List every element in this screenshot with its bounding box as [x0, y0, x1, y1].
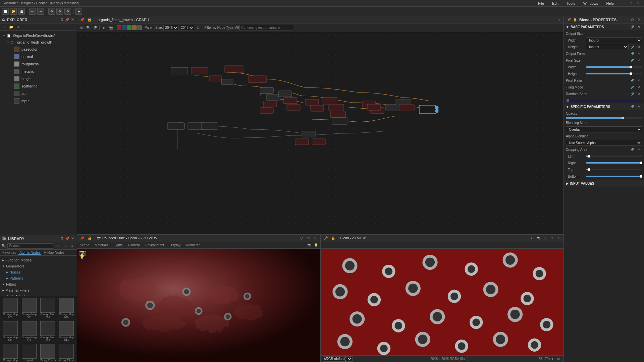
props-float-icon[interactable]: ⬡ — [629, 17, 635, 23]
menu-help[interactable]: Help — [605, 1, 615, 5]
graph-options-icon[interactable]: ⚙ — [195, 25, 201, 31]
menu-edit[interactable]: Edit — [551, 1, 560, 5]
props-pin-icon[interactable]: 📌 — [566, 17, 572, 23]
tool3[interactable]: ⚙ — [64, 8, 71, 15]
library-item[interactable]: Grunge Map 010 — [57, 297, 75, 320]
parent-size-select[interactable]: 2048 — [163, 25, 178, 31]
base-params-header[interactable]: ▼ BASE PARAMETERS 🔗 ↺ — [564, 23, 644, 30]
lib-cat-function-modes[interactable]: ▶Function Modes — [0, 257, 77, 263]
width-select[interactable]: Input x — [586, 37, 642, 43]
opacity-slider[interactable] — [566, 117, 642, 119]
specific-link-icon[interactable]: 🔗 — [629, 104, 635, 110]
random-seed-reset-icon[interactable]: ↺ — [636, 91, 642, 97]
tool1[interactable]: ⚙ — [48, 8, 55, 15]
library-item[interactable]: Messy Fibers 1 — [39, 343, 57, 362]
explorer-pin-icon[interactable]: 📌 — [65, 17, 69, 22]
channel-scattering[interactable]: scattering — [0, 82, 77, 90]
graph-zoom-in-icon[interactable]: 🔍 — [85, 25, 91, 31]
size-reset-icon[interactable]: ↺ — [636, 44, 642, 50]
tab-display[interactable]: Display — [168, 243, 182, 247]
channel-basecolor[interactable]: basecolor — [0, 46, 77, 53]
library-item[interactable]: Grunge Map 014 — [57, 320, 75, 343]
input-values-header[interactable]: ▶ INPUT VALUES — [564, 180, 644, 187]
library-item[interactable]: Grunge Map 008 — [20, 297, 38, 320]
graph-render-icon[interactable]: ▶ — [101, 25, 107, 31]
maximize-button[interactable]: □ — [628, 0, 634, 6]
graph-search-input[interactable] — [239, 25, 293, 31]
undo-button[interactable]: ↩ — [29, 8, 36, 15]
explorer-refresh-icon[interactable]: ↺ — [15, 24, 21, 30]
view2d-maximize-icon[interactable]: □ — [549, 235, 555, 241]
node-type-color3[interactable] — [127, 25, 131, 30]
node-type-color4[interactable] — [132, 25, 137, 30]
channel-metallic[interactable]: metallic — [0, 68, 77, 75]
library-list-icon[interactable]: ≡ — [69, 243, 75, 249]
tiling-reset-icon[interactable]: ↺ — [636, 84, 642, 90]
size-link-icon[interactable]: 🔗 — [629, 44, 635, 50]
library-pin-icon[interactable]: 📌 — [65, 236, 69, 241]
random-seed-slider[interactable] — [566, 100, 642, 102]
minimize-button[interactable]: ─ — [621, 0, 627, 6]
specific-params-header[interactable]: ▼ SPECIFIC PARAMETERS 🔗 ↺ — [564, 103, 644, 110]
lib-tab-favorites[interactable]: Favorites — [1, 251, 17, 254]
color-space-select[interactable]: sRGB (default) — [323, 356, 353, 362]
view-2d-content[interactable] — [321, 249, 564, 362]
menu-file[interactable]: File — [537, 1, 545, 5]
base-params-reset-icon[interactable]: ↺ — [636, 24, 642, 30]
lib-tab-filmmap[interactable]: FilMap Nodes — [43, 251, 65, 254]
tab-camera[interactable]: Camera — [127, 243, 142, 247]
library-item[interactable]: Grunge Map 011 — [1, 320, 19, 343]
graph-camera-icon[interactable]: 📷 — [108, 25, 114, 31]
channel-input[interactable]: input — [0, 97, 77, 105]
random-seed-link-icon[interactable]: 🔗 — [629, 91, 635, 97]
library-grid-icon[interactable]: ⊞ — [62, 243, 68, 249]
redo-button[interactable]: ↪ — [37, 8, 44, 15]
explorer-close-icon[interactable]: ✕ — [70, 17, 75, 22]
graph-close-icon[interactable]: ✕ — [557, 17, 561, 22]
library-item[interactable]: Grunge Map 013 — [39, 320, 57, 343]
menu-windows[interactable]: Windows — [582, 1, 600, 5]
channel-height[interactable]: height — [0, 75, 77, 82]
graph-zoom-fit-icon[interactable]: ⊞ — [78, 25, 85, 31]
library-close-icon[interactable]: ✕ — [70, 236, 75, 241]
graph-pin-icon[interactable]: 📌 — [79, 17, 85, 23]
library-item[interactable]: Messy Fibers 2 — [57, 343, 75, 362]
node-type-color1[interactable] — [117, 25, 121, 30]
cropping-reset-icon[interactable]: ↺ — [636, 146, 642, 153]
view3d-lock-icon[interactable]: 🔒 — [87, 235, 93, 241]
tab-scene[interactable]: Scene — [78, 243, 91, 247]
library-item[interactable]: Grunge Map 007 — [1, 297, 19, 320]
view3d-maximize-icon[interactable]: □ — [306, 235, 312, 241]
tiling-link-icon[interactable]: 🔗 — [629, 84, 635, 90]
view2d-lock-icon[interactable]: 🔒 — [330, 235, 336, 241]
pixel-size-reset-icon[interactable]: ↺ — [636, 57, 642, 63]
save-button[interactable]: 💾 — [18, 8, 25, 15]
explorer-settings-icon[interactable]: ⚙ — [59, 17, 64, 22]
channel-normal[interactable]: normal — [0, 53, 77, 60]
library-item[interactable]: Grunge Map 009 — [39, 297, 57, 320]
view3d-float-icon[interactable]: ⬡ — [299, 235, 305, 241]
pixel-ratio-link-icon[interactable]: 🔗 — [629, 77, 635, 83]
open-button[interactable]: 📂 — [10, 8, 17, 15]
output-size-select[interactable]: 2048 — [179, 25, 194, 31]
tab-environment[interactable]: Environment — [144, 243, 165, 247]
tool2[interactable]: ⚙ — [56, 8, 63, 15]
graph-canvas[interactable] — [77, 32, 564, 234]
library-item[interactable]: Grunge Map 012 — [20, 320, 38, 343]
node-type-color2[interactable] — [122, 25, 126, 30]
view2d-camera-icon[interactable]: 📷 — [535, 235, 541, 241]
specific-reset-icon[interactable]: ↺ — [636, 104, 642, 110]
library-search-input[interactable] — [7, 243, 53, 249]
lib-cat-mesh-adaptive[interactable]: ▶Mesh Adaptive — [0, 293, 77, 296]
library-item[interactable]: Grunge Map 015 — [1, 343, 19, 362]
pixel-size-link-icon[interactable]: 🔗 — [629, 57, 635, 63]
close-button[interactable]: ✕ — [635, 0, 641, 6]
tool4[interactable]: ▶ — [75, 8, 82, 15]
lib-cat-material-filters[interactable]: ▶Material Filters — [0, 287, 77, 293]
view2d-pin-icon[interactable]: 📌 — [323, 235, 329, 241]
tree-file[interactable]: ▼ 📋 OrganicFleshGrowth.sbs* — [0, 32, 77, 39]
lib-cat-filters[interactable]: ▼Filters — [0, 281, 77, 287]
output-format-reset-icon[interactable]: ↺ — [636, 51, 642, 57]
menu-tools[interactable]: Tools — [565, 1, 577, 5]
library-settings-icon[interactable]: ⚙ — [59, 236, 64, 241]
